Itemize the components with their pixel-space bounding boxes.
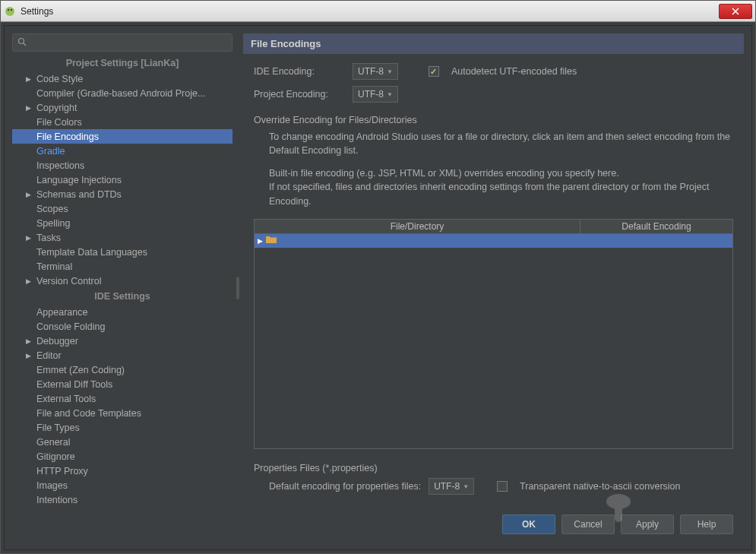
tree-item-label: Emmet (Zen Coding) [36, 364, 125, 376]
tree-item-label: File and Code Templates [36, 407, 141, 419]
tree-item[interactable]: ▶Version Control [12, 274, 232, 288]
svg-point-0 [5, 7, 14, 16]
tree-item[interactable]: HTTP Proxy [12, 464, 232, 478]
svg-line-4 [24, 43, 26, 46]
autodetect-checkbox[interactable] [429, 66, 439, 77]
close-button[interactable] [719, 4, 752, 19]
table-body[interactable]: ▶ [254, 234, 733, 449]
tree-item[interactable]: Language Injections [12, 173, 232, 187]
expand-arrow-icon: ▶ [26, 102, 36, 114]
tree-item[interactable]: ▶Tasks [12, 230, 232, 245]
svg-point-3 [19, 38, 24, 43]
tree-item-label: Appearance [36, 306, 87, 318]
tree-item-label: Tasks [36, 232, 61, 244]
expand-arrow-icon: ▶ [26, 335, 36, 347]
search-input[interactable] [30, 37, 227, 48]
tree-item[interactable]: Inspections [12, 158, 232, 173]
settings-tree[interactable]: Project Settings [LianKa]▶Code StyleComp… [12, 55, 232, 542]
tree-item[interactable]: ▶Copyright [12, 100, 232, 115]
tree-item[interactable]: External Diff Tools [12, 377, 232, 391]
chevron-down-icon: ▼ [463, 483, 469, 490]
tree-item[interactable]: File Types [12, 420, 232, 435]
ide-encoding-dropdown[interactable]: UTF-8 ▼ [353, 63, 398, 80]
tree-item-label: Code Style [36, 73, 83, 85]
search-field[interactable] [12, 33, 232, 52]
transparent-label: Transparent native-to-ascii conversion [520, 481, 680, 492]
transparent-checkbox[interactable] [497, 481, 508, 492]
properties-section-title: Properties Files (*.properties) [254, 463, 733, 473]
tree-item[interactable]: File and Code Templates [12, 406, 232, 420]
tree-item[interactable]: File Encodings [12, 129, 232, 144]
content-panel: File Encodings IDE Encoding: UTF-8 ▼ Aut… [243, 33, 744, 542]
cancel-button[interactable]: Cancel [561, 514, 615, 534]
tree-item-label: Spelling [36, 217, 70, 230]
table-header-file[interactable]: File/Directory [255, 220, 580, 233]
tree-item-label: Scopes [36, 203, 68, 215]
help-text-1: To change encoding Android Studio uses f… [254, 130, 733, 157]
chevron-down-icon: ▼ [387, 68, 393, 75]
app-icon [4, 5, 16, 17]
tree-item[interactable]: Scopes [12, 201, 232, 216]
tree-item[interactable]: ▶Editor [12, 348, 232, 362]
tree-section-header: IDE Settings [12, 288, 232, 305]
tree-item[interactable]: Compiler (Gradle-based Android Proje... [12, 86, 232, 100]
dialog-body: Project Settings [LianKa]▶Code StyleComp… [4, 25, 752, 550]
expand-arrow-icon: ▶ [26, 232, 36, 244]
svg-point-1 [8, 8, 9, 10]
table-row[interactable]: ▶ [255, 234, 732, 248]
settings-window: Settings Project Settings [LianKa]▶Code … [0, 0, 756, 554]
tree-item[interactable]: ▶Debugger [12, 334, 232, 348]
search-icon [17, 37, 27, 49]
tree-item[interactable]: File Colors [12, 115, 232, 129]
help-button[interactable]: Help [680, 514, 733, 534]
tree-item[interactable]: Gitignore [12, 449, 232, 464]
table-header-encoding[interactable]: Default Encoding [580, 220, 732, 233]
properties-encoding-dropdown[interactable]: UTF-8 ▼ [429, 478, 474, 495]
svg-point-2 [11, 8, 12, 10]
expand-arrow-icon[interactable]: ▶ [258, 237, 263, 245]
tree-item-label: File Colors [36, 116, 82, 128]
tree-item[interactable]: ▶Schemas and DTDs [12, 187, 232, 201]
tree-item[interactable]: ▶Code Style [12, 71, 232, 86]
project-encoding-label: Project Encoding: [254, 89, 345, 100]
expand-arrow-icon: ▶ [26, 73, 36, 85]
tree-item-label: Gradle [36, 145, 65, 157]
tree-item[interactable]: Console Folding [12, 319, 232, 334]
splitter-handle-icon [236, 277, 239, 299]
tree-item[interactable]: Intentions [12, 492, 232, 507]
ok-button[interactable]: OK [502, 514, 555, 534]
tree-item-label: Console Folding [36, 321, 105, 333]
tree-item-label: Inspections [36, 160, 84, 172]
tree-item[interactable]: General [12, 435, 232, 449]
tree-section-header: Project Settings [LianKa] [12, 55, 232, 71]
apply-button[interactable]: Apply [621, 514, 674, 534]
encoding-table: File/Directory Default Encoding ▶ [254, 219, 733, 449]
chevron-down-icon: ▼ [387, 91, 393, 98]
tree-item-label: Version Control [36, 275, 101, 287]
tree-item[interactable]: Template Data Languages [12, 245, 232, 259]
tree-item[interactable]: External Tools [12, 391, 232, 406]
tree-item-label: Editor [36, 350, 62, 362]
override-section-title: Override Encoding for Files/Directories [254, 115, 733, 125]
tree-item-label: Debugger [36, 335, 78, 347]
button-bar: OK Cancel Apply Help [243, 507, 744, 542]
tree-item[interactable]: Terminal [12, 259, 232, 274]
expand-arrow-icon: ▶ [26, 275, 36, 287]
tree-item-label: Gitignore [36, 451, 75, 463]
tree-item[interactable]: Images [12, 478, 232, 492]
splitter[interactable] [236, 33, 240, 542]
tree-item[interactable]: Emmet (Zen Coding) [12, 362, 232, 377]
tree-item-label: HTTP Proxy [36, 465, 88, 477]
project-encoding-dropdown[interactable]: UTF-8 ▼ [353, 86, 398, 103]
properties-encoding-label: Default encoding for properties files: [269, 481, 421, 492]
tree-item-label: External Tools [36, 393, 96, 405]
tree-item-label: File Encodings [36, 131, 99, 143]
window-title: Settings [21, 6, 719, 17]
tree-item[interactable]: Gradle [12, 144, 232, 158]
tree-item-label: Intentions [36, 494, 77, 506]
tree-item[interactable]: Appearance [12, 305, 232, 319]
expand-arrow-icon: ▶ [26, 188, 36, 201]
tree-item-label: File Types [36, 422, 80, 434]
tree-item-label: Template Data Languages [36, 246, 147, 258]
tree-item[interactable]: Spelling [12, 216, 232, 230]
